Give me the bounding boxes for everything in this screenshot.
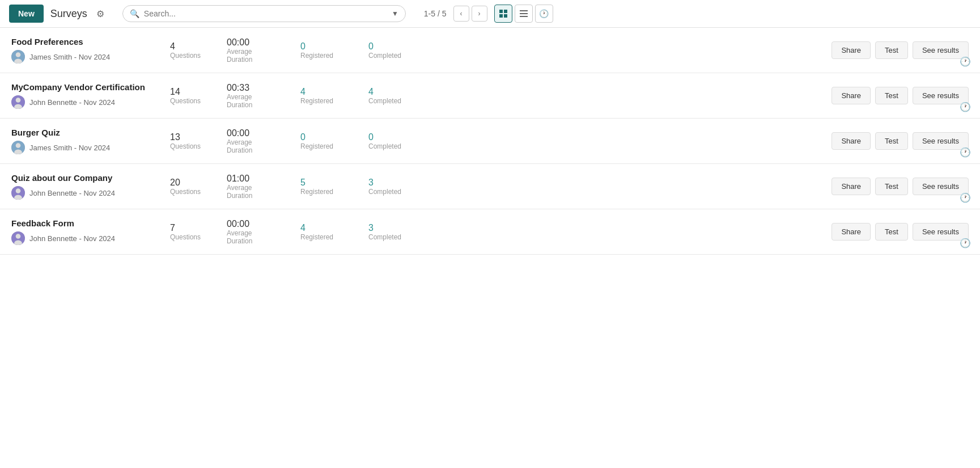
svg-rect-6 xyxy=(520,16,528,17)
questions-count: 14 xyxy=(170,87,227,97)
survey-duration: 00:00 Average Duration xyxy=(227,219,300,245)
survey-meta: John Bennette - Nov 2024 xyxy=(11,95,170,109)
survey-duration: 00:00 Average Duration xyxy=(227,37,300,64)
survey-actions: Share Test See results xyxy=(831,87,969,104)
share-button[interactable]: Share xyxy=(831,87,871,104)
survey-completed: 0 Completed xyxy=(368,41,448,60)
completed-label: Completed xyxy=(368,97,448,105)
registered-count: 4 xyxy=(300,223,368,233)
completed-label: Completed xyxy=(368,233,448,241)
registered-label: Registered xyxy=(300,233,368,241)
table-row: Burger Quiz James Smith - Nov 2024 13 Qu… xyxy=(0,119,980,164)
survey-actions: Share Test See results xyxy=(831,132,969,150)
survey-actions: Share Test See results xyxy=(831,178,969,195)
avatar xyxy=(11,95,25,109)
search-input[interactable] xyxy=(144,9,392,18)
registered-count: 0 xyxy=(300,132,368,142)
completed-label: Completed xyxy=(368,188,448,196)
clock-icon[interactable]: 🕐 xyxy=(960,102,971,112)
duration-label: Average xyxy=(227,93,300,101)
share-button[interactable]: Share xyxy=(831,223,871,241)
svg-point-11 xyxy=(16,98,21,103)
duration-value: 01:00 xyxy=(227,174,300,184)
test-button[interactable]: Test xyxy=(875,178,908,195)
survey-info-0: Food Preferences James Smith - Nov 2024 xyxy=(11,37,170,64)
duration-value: 00:00 xyxy=(227,37,300,48)
survey-meta: James Smith - Nov 2024 xyxy=(11,141,170,154)
survey-info-4: Feedback Form John Bennette - Nov 2024 xyxy=(11,218,170,245)
clock-icon[interactable]: 🕐 xyxy=(960,147,971,158)
history-view-button[interactable]: 🕐 xyxy=(535,5,553,23)
duration-label: Average xyxy=(227,138,300,146)
duration-label: Average xyxy=(227,184,300,192)
duration-value: 00:00 xyxy=(227,128,300,138)
duration-value: 00:00 xyxy=(227,219,300,229)
clock-icon[interactable]: 🕐 xyxy=(960,192,971,203)
questions-count: 20 xyxy=(170,178,227,188)
registered-label: Registered xyxy=(300,52,368,60)
survey-author-date: James Smith - Nov 2024 xyxy=(29,144,110,152)
survey-author-date: John Bennette - Nov 2024 xyxy=(29,189,115,197)
duration-label2: Duration xyxy=(227,101,300,109)
next-page-button[interactable]: › xyxy=(472,6,487,22)
survey-title: Burger Quiz xyxy=(11,128,170,137)
grid-icon xyxy=(499,10,507,18)
survey-completed: 3 Completed xyxy=(368,178,448,196)
test-button[interactable]: Test xyxy=(875,41,908,59)
test-button[interactable]: Test xyxy=(875,132,908,150)
survey-completed: 3 Completed xyxy=(368,223,448,241)
svg-rect-4 xyxy=(520,10,528,11)
survey-questions: 4 Questions xyxy=(170,41,227,60)
duration-label2: Duration xyxy=(227,146,300,154)
questions-count: 13 xyxy=(170,132,227,142)
clock-icon[interactable]: 🕐 xyxy=(960,238,971,248)
survey-completed: 4 Completed xyxy=(368,87,448,105)
svg-point-17 xyxy=(16,188,21,193)
clock-icon[interactable]: 🕐 xyxy=(960,56,971,67)
test-button[interactable]: Test xyxy=(875,87,908,104)
survey-actions: Share Test See results xyxy=(831,223,969,241)
completed-count: 3 xyxy=(368,178,448,188)
questions-count: 4 xyxy=(170,41,227,52)
survey-author-date: John Bennette - Nov 2024 xyxy=(29,234,115,243)
survey-info-1: MyCompany Vendor Certification John Benn… xyxy=(11,82,170,109)
survey-registered: 5 Registered xyxy=(300,178,368,196)
list-view-button[interactable] xyxy=(515,5,533,23)
duration-label: Average xyxy=(227,48,300,56)
survey-info-3: Quiz about our Company John Bennette - N… xyxy=(11,173,170,200)
gear-icon[interactable]: ⚙ xyxy=(96,9,104,19)
search-bar: 🔍 ▼ xyxy=(122,5,406,22)
clock-icon: 🕐 xyxy=(539,9,549,18)
prev-page-button[interactable]: ‹ xyxy=(453,6,469,22)
grid-view-button[interactable] xyxy=(494,5,512,23)
registered-count: 5 xyxy=(300,178,368,188)
new-button[interactable]: New xyxy=(9,5,44,23)
survey-title: Food Preferences xyxy=(11,37,170,47)
test-button[interactable]: Test xyxy=(875,223,908,241)
page-title: Surveys xyxy=(50,8,87,20)
survey-actions: Share Test See results xyxy=(831,41,969,59)
survey-title: MyCompany Vendor Certification xyxy=(11,82,170,92)
questions-label: Questions xyxy=(170,233,227,241)
survey-meta: John Bennette - Nov 2024 xyxy=(11,231,170,245)
share-button[interactable]: Share xyxy=(831,41,871,59)
survey-registered: 4 Registered xyxy=(300,223,368,241)
table-row: Quiz about our Company John Bennette - N… xyxy=(0,164,980,209)
questions-label: Questions xyxy=(170,97,227,105)
survey-questions: 7 Questions xyxy=(170,223,227,241)
share-button[interactable]: Share xyxy=(831,178,871,195)
registered-label: Registered xyxy=(300,97,368,105)
completed-label: Completed xyxy=(368,52,448,60)
table-row: Feedback Form John Bennette - Nov 2024 7… xyxy=(0,209,980,255)
pagination-nav: ‹ › xyxy=(453,6,487,22)
search-dropdown-arrow[interactable]: ▼ xyxy=(392,10,398,18)
duration-label2: Duration xyxy=(227,192,300,200)
avatar xyxy=(11,231,25,245)
svg-point-8 xyxy=(16,52,21,57)
share-button[interactable]: Share xyxy=(831,132,871,150)
svg-rect-0 xyxy=(499,10,503,13)
avatar xyxy=(11,50,25,64)
survey-meta: James Smith - Nov 2024 xyxy=(11,50,170,64)
completed-count: 4 xyxy=(368,87,448,97)
svg-rect-1 xyxy=(504,10,507,13)
